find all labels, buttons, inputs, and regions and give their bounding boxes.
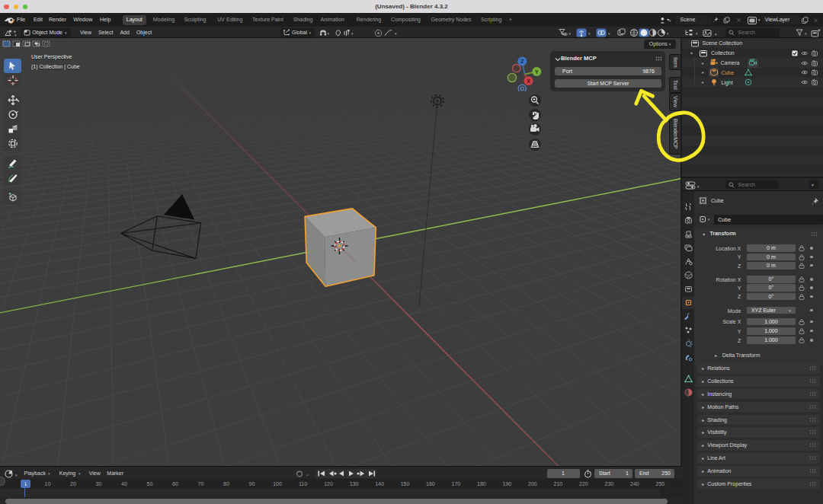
svg-text:▾: ▾ xyxy=(328,31,330,36)
svg-text:▾: ▾ xyxy=(697,184,700,189)
svg-text:▾: ▾ xyxy=(588,31,591,36)
svg-text:Y: Y xyxy=(535,69,539,75)
svg-text:▾: ▾ xyxy=(395,31,397,36)
svg-text:X: X xyxy=(527,78,530,84)
svg-text:▾: ▾ xyxy=(667,31,669,36)
svg-text:▾: ▾ xyxy=(306,472,309,477)
svg-text:▾: ▾ xyxy=(669,18,671,23)
svg-text:▾: ▾ xyxy=(569,31,572,36)
svg-text:▾: ▾ xyxy=(696,31,698,36)
svg-text:▾: ▾ xyxy=(351,31,354,36)
svg-text:▾: ▾ xyxy=(608,31,610,36)
svg-text:▾: ▾ xyxy=(14,33,17,37)
svg-text:▾: ▾ xyxy=(805,31,807,36)
svg-text:Z: Z xyxy=(520,59,524,64)
svg-text:▾: ▾ xyxy=(715,31,717,36)
svg-text:▾: ▾ xyxy=(15,472,18,477)
